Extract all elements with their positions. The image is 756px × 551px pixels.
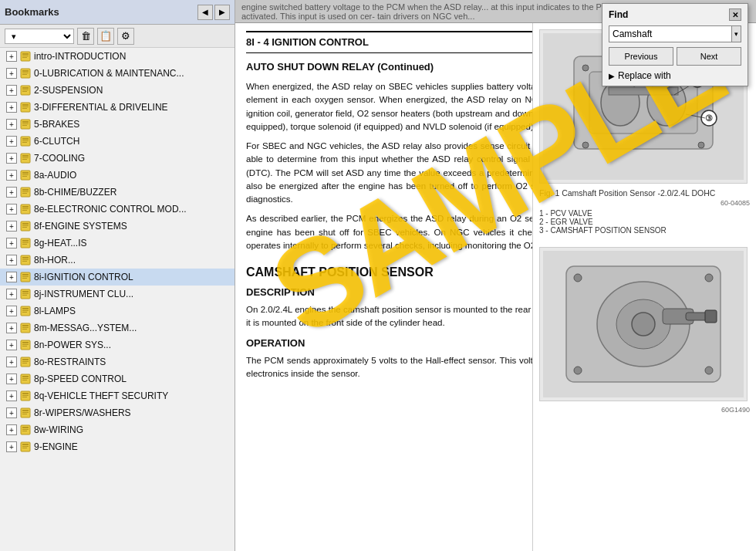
sidebar-nav-left[interactable]: ◀ xyxy=(197,5,213,20)
figure-2-image xyxy=(539,247,748,401)
svg-rect-3 xyxy=(22,57,27,58)
bookmark-expand-speed[interactable]: + xyxy=(6,374,17,384)
svg-point-110 xyxy=(582,142,589,148)
bookmark-expand-horn[interactable]: + xyxy=(6,255,17,265)
svg-rect-91 xyxy=(22,431,27,431)
svg-rect-90 xyxy=(22,429,29,430)
find-search-input[interactable] xyxy=(609,25,732,42)
bookmark-expand-instr[interactable]: + xyxy=(6,289,17,299)
sidebar-item-wiring[interactable]: + 8w-WIRING xyxy=(0,421,235,438)
svg-rect-119 xyxy=(705,310,717,323)
bookmark-expand-susp[interactable]: + xyxy=(6,85,17,96)
svg-rect-7 xyxy=(22,74,27,75)
svg-rect-71 xyxy=(22,346,27,346)
bookmark-expand-diff[interactable]: + xyxy=(6,102,17,113)
replace-row[interactable]: ▶ Replace with xyxy=(609,70,741,81)
bookmark-icon-wiring xyxy=(20,424,31,435)
svg-rect-33 xyxy=(22,189,29,191)
svg-rect-43 xyxy=(22,227,27,228)
bookmark-expand-lamps[interactable]: + xyxy=(6,306,17,316)
svg-rect-35 xyxy=(22,193,27,194)
sidebar-item-cooling[interactable]: + 7-COOLING xyxy=(0,150,235,167)
sidebar-item-horn[interactable]: + 8h-HOR... xyxy=(0,252,235,269)
bookmark-label-clutch: 6-CLUTCH xyxy=(34,136,79,147)
bookmark-label-wipers: 8r-WIPERS/WASHERS xyxy=(34,407,131,418)
svg-point-123 xyxy=(705,367,713,374)
bookmark-expand-chime[interactable]: + xyxy=(6,187,17,198)
bookmark-expand-engine2[interactable]: + xyxy=(6,441,17,452)
sidebar-item-ecm[interactable]: + 8e-ELECTRONIC CONTROL MOD... xyxy=(0,201,235,218)
sidebar-settings-btn[interactable]: ⚙ xyxy=(117,28,134,45)
sidebar-item-intro[interactable]: + intro-INTRODUCTION xyxy=(0,48,235,65)
find-close-button[interactable]: ✕ xyxy=(729,8,741,21)
bookmark-expand-ecm[interactable]: + xyxy=(6,204,17,215)
sidebar-item-instr[interactable]: + 8j-INSTRUMENT CLU... xyxy=(0,286,235,303)
bookmark-expand-intro[interactable]: + xyxy=(6,51,17,62)
svg-point-100 xyxy=(647,79,686,126)
sidebar-item-restraints[interactable]: + 8o-RESTRAINTS xyxy=(0,353,235,370)
bookmark-expand-heat[interactable]: + xyxy=(6,238,17,248)
svg-point-108 xyxy=(582,65,589,71)
bookmark-expand-restraints[interactable]: + xyxy=(6,357,17,367)
sidebar-item-brakes[interactable]: + 5-BRAKES xyxy=(0,116,235,133)
bookmark-expand-audio[interactable]: + xyxy=(6,170,17,181)
bookmark-icon-message xyxy=(20,323,31,333)
bookmark-expand-power[interactable]: + xyxy=(6,340,17,350)
sidebar-item-audio[interactable]: + 8a-AUDIO xyxy=(0,167,235,184)
bookmark-icon-horn xyxy=(20,255,31,265)
svg-rect-87 xyxy=(22,414,27,414)
bookmark-expand-lube[interactable]: + xyxy=(6,68,17,79)
sidebar-item-power[interactable]: + 8n-POWER SYS... xyxy=(0,336,235,353)
bookmark-expand-message[interactable]: + xyxy=(6,323,17,333)
svg-rect-55 xyxy=(22,278,27,279)
sidebar-copy-btn[interactable]: 📋 xyxy=(97,28,114,45)
find-dropdown-button[interactable]: ▾ xyxy=(732,25,741,42)
sidebar-item-susp[interactable]: + 2-SUSPENSION xyxy=(0,82,235,99)
find-previous-button[interactable]: Previous xyxy=(609,47,673,66)
svg-rect-77 xyxy=(22,376,29,377)
sidebar-item-wipers[interactable]: + 8r-WIPERS/WASHERS xyxy=(0,404,235,421)
sidebar-delete-btn[interactable]: 🗑 xyxy=(77,28,94,45)
bookmark-label-power: 8n-POWER SYS... xyxy=(34,340,111,350)
sidebar-item-theft[interactable]: + 8q-VEHICLE THEFT SECURITY xyxy=(0,387,235,404)
figure-1-code: 60-04085 xyxy=(539,199,750,207)
sidebar-item-engine[interactable]: + 8f-ENGINE SYSTEMS xyxy=(0,218,235,235)
svg-rect-75 xyxy=(22,363,27,363)
svg-rect-95 xyxy=(22,448,27,448)
sidebar-item-lamps[interactable]: + 8l-LAMPS xyxy=(0,303,235,319)
find-title: Find xyxy=(609,9,628,20)
bookmark-expand-wipers[interactable]: + xyxy=(6,407,17,418)
sidebar-view-dropdown[interactable]: ▾ xyxy=(5,29,74,44)
svg-rect-26 xyxy=(22,157,29,158)
sidebar-item-message[interactable]: + 8m-MESSAG...YSTEM... xyxy=(0,319,235,336)
sidebar-item-speed[interactable]: + 8p-SPEED CONTROL xyxy=(0,370,235,387)
bookmark-label-engine2: 9-ENGINE xyxy=(34,441,78,452)
bookmark-expand-wiring[interactable]: + xyxy=(6,424,17,435)
sidebar-title: Bookmarks xyxy=(5,6,59,18)
find-next-button[interactable]: Next xyxy=(677,47,741,66)
sidebar-item-chime[interactable]: + 8b-CHIME/BUZZER xyxy=(0,184,235,201)
sidebar-item-heat[interactable]: + 8g-HEAT...IS xyxy=(0,235,235,252)
sidebar-item-ignition[interactable]: + 8i-IGNITION CONTROL xyxy=(0,269,235,286)
svg-rect-101 xyxy=(609,87,678,95)
bookmark-expand-brakes[interactable]: + xyxy=(6,119,17,130)
figure-1-legend-3: 3 - CAMSHAFT POSITION SENSOR xyxy=(539,226,750,235)
bookmark-icon-heat xyxy=(20,238,31,248)
sidebar-item-diff[interactable]: + 3-DIFFERENTIAL & DRIVELINE xyxy=(0,99,235,116)
bookmark-expand-cooling[interactable]: + xyxy=(6,153,17,164)
svg-rect-58 xyxy=(22,293,29,294)
main-content: engine switched battery voltage to the P… xyxy=(235,0,756,551)
bookmark-icon-wipers xyxy=(20,407,31,418)
sidebar-item-engine2[interactable]: + 9-ENGINE xyxy=(0,438,235,455)
bookmark-expand-theft[interactable]: + xyxy=(6,390,17,401)
sidebar-item-lube[interactable]: + 0-LUBRICATION & MAINTENANC... xyxy=(0,65,235,82)
bookmark-expand-ignition[interactable]: + xyxy=(6,272,17,282)
bookmark-expand-clutch[interactable]: + xyxy=(6,136,17,147)
sidebar-item-clutch[interactable]: + 6-CLUTCH xyxy=(0,133,235,150)
bookmark-label-horn: 8h-HOR... xyxy=(34,255,76,265)
sidebar-nav-right[interactable]: ▶ xyxy=(214,5,230,20)
svg-point-122 xyxy=(574,367,582,374)
svg-rect-53 xyxy=(22,274,29,276)
bookmark-expand-engine[interactable]: + xyxy=(6,221,17,232)
svg-rect-42 xyxy=(22,225,29,226)
